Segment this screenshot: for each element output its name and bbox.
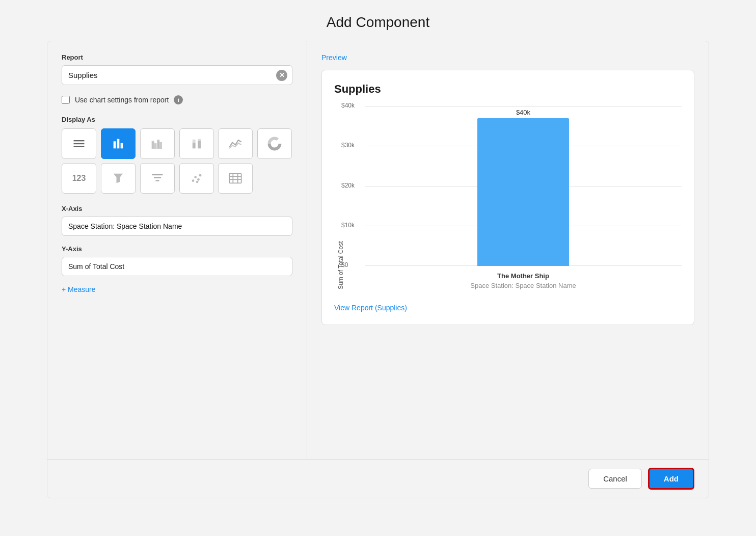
clear-icon[interactable]: ✕ (276, 70, 287, 81)
preview-label: Preview (321, 53, 694, 62)
display-btn-bar-chart[interactable] (101, 128, 136, 159)
y-tick-0: $0 (341, 261, 348, 269)
modal-body: Report ✕ Use chart settings from report … (47, 41, 709, 459)
chart-settings-row: Use chart settings from report i (62, 95, 292, 104)
add-button[interactable]: Add (648, 468, 694, 490)
svg-rect-7 (154, 144, 156, 148)
x-axis-field: X-Axis (62, 205, 292, 236)
display-grid: 123 (62, 128, 292, 194)
svg-rect-10 (192, 143, 195, 149)
x-axis-label: X-Axis (62, 205, 292, 212)
y-axis-label: Y-Axis (62, 245, 292, 253)
display-btn-grouped-bar[interactable] (140, 128, 175, 159)
svg-point-22 (197, 178, 200, 181)
use-chart-settings-label: Use chart settings from report (75, 96, 169, 104)
svg-rect-11 (192, 140, 195, 143)
bar-value-label: $40k (516, 109, 530, 116)
chart-inner: $40k $30k $20k $10k (344, 106, 682, 289)
y-axis-input[interactable] (62, 257, 292, 276)
display-btn-filter-list[interactable] (140, 163, 175, 194)
use-chart-settings-checkbox[interactable] (62, 96, 70, 104)
chart-area: Sum of Total Cost $40k $30k (334, 106, 682, 289)
svg-rect-4 (117, 139, 119, 149)
y-tick-40k: $40k (341, 102, 355, 109)
report-input[interactable] (62, 65, 292, 85)
display-btn-line-chart[interactable] (218, 128, 253, 159)
svg-point-24 (196, 181, 198, 183)
preview-card: Supplies Sum of Total Cost $40k $30k (321, 70, 694, 325)
svg-point-21 (194, 176, 197, 178)
bar (477, 118, 569, 266)
info-icon[interactable]: i (174, 95, 183, 104)
modal-container: Report ✕ Use chart settings from report … (47, 41, 709, 498)
report-input-wrapper: ✕ (62, 65, 292, 85)
svg-point-20 (192, 179, 194, 182)
modal-footer: Cancel Add (47, 459, 709, 498)
display-btn-funnel[interactable] (101, 163, 136, 194)
svg-rect-3 (113, 141, 116, 148)
cancel-button[interactable]: Cancel (588, 469, 642, 489)
display-as-label: Display As (62, 116, 292, 123)
display-btn-number[interactable]: 123 (62, 163, 96, 194)
y-tick-30k: $30k (341, 142, 355, 149)
display-btn-data-table[interactable] (218, 163, 253, 194)
y-tick-10k: $10k (341, 222, 355, 229)
svg-rect-5 (120, 143, 123, 149)
x-bar-label: The Mother Ship (365, 272, 682, 280)
chart-title: Supplies (334, 83, 682, 96)
display-btn-donut[interactable] (257, 128, 292, 159)
y-tick-20k: $20k (341, 182, 355, 189)
chart-plot: $40k $30k $20k $10k (344, 106, 682, 266)
view-report-link[interactable]: View Report (Supplies) (334, 304, 407, 312)
svg-rect-25 (230, 174, 241, 183)
x-axis-input[interactable] (62, 217, 292, 236)
svg-point-23 (199, 174, 201, 177)
bar-wrapper: $40k (472, 109, 574, 266)
display-btn-scatter[interactable] (179, 163, 214, 194)
display-btn-table[interactable] (62, 128, 96, 159)
svg-rect-6 (152, 141, 154, 148)
display-btn-stacked-bar[interactable] (179, 128, 214, 159)
svg-rect-8 (157, 140, 159, 148)
svg-rect-13 (198, 139, 201, 141)
svg-rect-9 (159, 143, 161, 149)
bars-area: $40k (365, 106, 682, 266)
y-axis-field: Y-Axis (62, 245, 292, 276)
add-measure-button[interactable]: + Measure (62, 285, 292, 293)
left-panel: Report ✕ Use chart settings from report … (47, 41, 307, 459)
page-title: Add Component (0, 0, 756, 41)
report-label: Report (62, 53, 292, 61)
svg-point-16 (272, 141, 278, 147)
x-axis-name: Space Station: Space Station Name (365, 282, 682, 289)
svg-rect-12 (198, 141, 201, 148)
right-panel: Preview Supplies Sum of Total Cost $40k (307, 41, 709, 459)
x-axis-labels: The Mother Ship Space Station: Space Sta… (365, 266, 682, 289)
